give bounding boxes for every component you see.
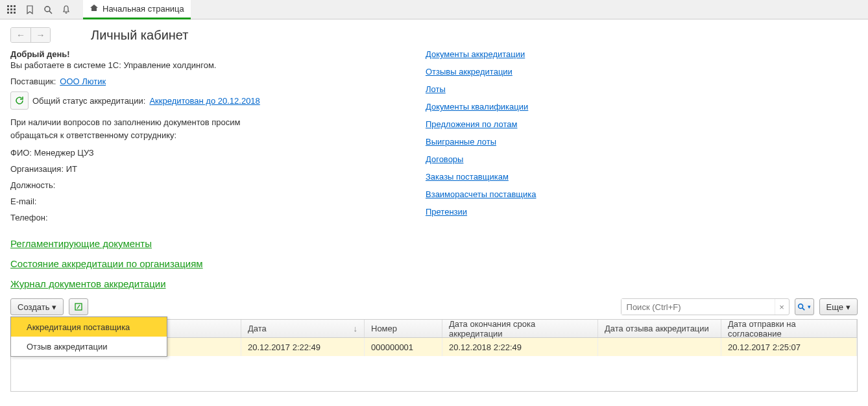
svg-rect-3: [7, 8, 9, 10]
nav-buttons: ← →: [10, 27, 51, 43]
more-label: Еще: [826, 302, 843, 312]
svg-line-10: [49, 11, 52, 14]
link-supplier-orders[interactable]: Заказы поставщикам: [426, 172, 858, 182]
link-qual-docs[interactable]: Документы квалификации: [426, 102, 858, 112]
fio-value: Менеджер ЦУЗ: [34, 148, 94, 158]
svg-rect-7: [10, 12, 12, 14]
link-won-lots[interactable]: Выигранные лоты: [426, 137, 858, 147]
create-button[interactable]: Создать ▾: [10, 298, 64, 315]
note-line1: При наличии вопросов по заполнению докум…: [10, 116, 400, 129]
cell-end: 20.12.2018 2:22:49: [442, 338, 598, 356]
export-button[interactable]: [69, 298, 88, 315]
caret-down-icon: ▾: [846, 302, 850, 312]
cell-rev: [598, 338, 721, 356]
section-journal[interactable]: Журнал документов аккредитации: [10, 278, 858, 289]
greeting: Добрый день!: [10, 49, 400, 59]
svg-rect-8: [14, 12, 16, 14]
system-line: Вы работаете в системе 1С: Управление хо…: [10, 60, 400, 70]
phone-label: Телефон:: [10, 213, 48, 222]
note-line2: обращаться к ответственному сотруднику:: [10, 129, 400, 142]
col-end-date[interactable]: Дата окончания срока аккредитации: [442, 320, 598, 337]
page-title: Личный кабинет: [91, 28, 188, 43]
home-tab-label: Начальная страница: [102, 4, 184, 14]
supplier-label: Поставщик:: [10, 77, 56, 86]
link-settlements[interactable]: Взаиморасчеты поставщика: [426, 189, 858, 199]
home-icon: [90, 3, 99, 14]
bell-icon[interactable]: [57, 1, 75, 19]
svg-rect-4: [10, 8, 12, 10]
section-accr-state[interactable]: Состояние аккредитации по организациям: [10, 258, 858, 269]
table-empty-area: [11, 356, 857, 391]
create-label: Создать: [18, 302, 49, 312]
sort-asc-icon: ↓: [354, 324, 358, 333]
col-number[interactable]: Номер: [365, 320, 442, 337]
nav-forward-button[interactable]: →: [30, 28, 50, 42]
search-button[interactable]: ▾: [795, 298, 814, 315]
link-claims[interactable]: Претензии: [426, 207, 858, 217]
menu-item-accr-revoke[interactable]: Отзыв аккредитации: [11, 337, 167, 356]
supplier-link[interactable]: ООО Лютик: [60, 77, 106, 86]
pos-label: Должность:: [10, 180, 55, 190]
svg-rect-5: [14, 8, 16, 10]
org-label: Организация:: [10, 164, 64, 174]
home-tab[interactable]: Начальная страница: [83, 0, 191, 19]
bookmark-icon[interactable]: [21, 1, 39, 19]
col-revoke-date[interactable]: Дата отзыва аккредитации: [598, 320, 721, 337]
link-lots[interactable]: Лоты: [426, 84, 858, 94]
search-icon[interactable]: [39, 1, 57, 19]
link-accr-reviews[interactable]: Отзывы аккредитации: [426, 67, 858, 77]
svg-line-13: [802, 308, 804, 310]
email-label: E-mail:: [10, 197, 36, 206]
cell-date: 20.12.2017 2:22:49: [241, 338, 365, 356]
svg-point-9: [45, 6, 50, 12]
menu-item-supplier-accr[interactable]: Аккредитация поставщика: [11, 317, 167, 337]
refresh-button[interactable]: [10, 91, 29, 110]
more-button[interactable]: Еще▾: [819, 298, 858, 315]
search-input[interactable]: [621, 299, 775, 315]
link-lot-proposals[interactable]: Предложения по лотам: [426, 119, 858, 129]
section-reg-docs[interactable]: Регламентирующие документы: [10, 238, 858, 249]
status-link[interactable]: Аккредитован до 20.12.2018: [149, 96, 259, 106]
cell-sent: 20.12.2017 2:25:07: [721, 338, 857, 356]
cell-num: 000000001: [365, 338, 442, 356]
topbar: Начальная страница: [0, 0, 868, 19]
link-accr-docs[interactable]: Документы аккредитации: [426, 49, 858, 59]
create-dropdown: Аккредитация поставщика Отзыв аккредитац…: [10, 316, 167, 357]
nav-back-button[interactable]: ←: [11, 28, 30, 42]
svg-rect-6: [7, 12, 9, 14]
col-date[interactable]: Дата↓: [241, 320, 365, 337]
svg-point-12: [799, 304, 803, 309]
svg-rect-2: [14, 5, 16, 7]
col-sent-date[interactable]: Дата отправки на согласование: [721, 320, 857, 337]
org-value: ИТ: [66, 164, 77, 174]
status-label: Общий статус аккредитации:: [32, 96, 145, 106]
search-clear-button[interactable]: ×: [775, 299, 789, 315]
svg-rect-0: [7, 5, 9, 7]
search-box: ×: [621, 298, 790, 315]
caret-down-icon: ▾: [52, 302, 56, 312]
link-contracts[interactable]: Договоры: [426, 154, 858, 164]
apps-icon[interactable]: [3, 1, 21, 19]
fio-label: ФИО:: [10, 148, 32, 158]
svg-rect-1: [10, 5, 12, 7]
